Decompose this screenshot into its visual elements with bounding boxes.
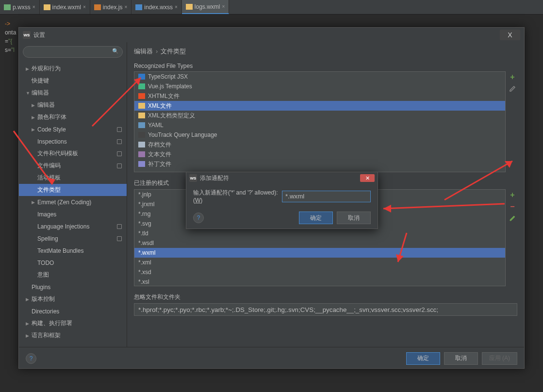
filetype-label: YouTrack Query Language [148,131,217,138]
file-type-item[interactable]: XML文档类型定义 [134,111,505,120]
expand-icon[interactable] [32,127,37,132]
pattern-item[interactable]: *.wxml [134,248,505,258]
editor-tab[interactable]: logs.wxml× [182,0,230,14]
search-input[interactable] [23,46,123,58]
tree-item[interactable]: Inspections [19,135,127,147]
expand-icon[interactable] [26,66,32,71]
tree-item[interactable]: Code Style [19,123,127,135]
close-icon[interactable]: × [222,4,225,9]
file-type-item[interactable]: 存档文件 [134,140,505,149]
editor-tab[interactable]: index.wxml× [40,0,90,14]
tree-item[interactable]: TODO [19,257,127,269]
add-wildcard-dialog: WS 添加通配符 ✕ 输入新通配符('*' and '?' allowed): … [186,172,378,229]
expand-icon[interactable] [26,91,32,96]
pattern-item[interactable]: *.wsdl [134,238,505,248]
tree-item[interactable]: Plugins [19,281,127,293]
tree-label: Images [37,211,56,218]
tree-label: 意图 [37,271,49,279]
file-type-item[interactable]: YAML [134,120,505,130]
tree-item[interactable]: Language Injections [19,220,127,232]
tree-item[interactable]: 文件类型 [19,184,127,196]
tree-label: 活动模板 [37,174,61,182]
expand-icon[interactable] [32,200,37,205]
file-type-item[interactable]: XML文件 [134,101,505,111]
pattern-label: *.jnlp [138,191,151,198]
pattern-item[interactable]: *.xml [134,258,505,267]
dialog-titlebar[interactable]: WS 设置 X [19,28,524,42]
tree-item[interactable]: 编辑器 [19,87,127,99]
pattern-item[interactable]: *.tld [134,229,505,238]
tree-item[interactable]: 颜色和字体 [19,111,127,123]
file-type-item[interactable]: XHTML文件 [134,91,505,101]
tree-item[interactable]: Spelling [19,232,127,245]
add-pattern-button[interactable]: + [508,190,517,200]
expand-icon[interactable] [26,333,32,338]
add-filetype-button[interactable]: + [508,72,517,82]
tree-item[interactable]: TextMate Bundles [19,245,127,257]
expand-icon[interactable] [32,115,37,120]
close-icon[interactable]: × [83,4,86,10]
wildcard-input[interactable] [282,191,371,202]
tree-item[interactable]: Directories [19,305,127,317]
tree-item[interactable]: 快捷键 [19,75,127,87]
pattern-label: *.wsdl [138,240,154,246]
file-type-item[interactable]: Vue.js Templates [134,82,505,91]
expand-icon[interactable] [26,297,32,302]
dialog-title: 设置 [33,31,45,39]
tree-label: Code Style [37,126,66,133]
pattern-item[interactable]: *.xsd [134,267,505,277]
tree-item[interactable]: 编辑器 [19,99,127,111]
tree-label: 文件编码 [37,162,61,170]
close-icon[interactable]: × [33,4,35,10]
pattern-label: *.svg [138,220,151,227]
tree-item[interactable]: 活动模板 [19,172,127,184]
inner-close-button[interactable]: ✕ [360,174,375,182]
filetype-label: Vue.js Templates [148,83,192,90]
help-button[interactable]: ? [26,353,36,364]
tree-label: 快捷键 [32,77,49,85]
tree-item[interactable]: 外观和行为 [19,63,127,75]
edit-filetype-button[interactable] [508,84,517,94]
file-type-item[interactable]: YouTrack Query Language [134,130,505,140]
close-icon[interactable]: × [124,4,127,10]
file-type-item[interactable]: 补丁文件 [134,159,505,169]
file-types-list[interactable]: TypeScript JSXVue.js TemplatesXHTML文件XML… [134,71,506,172]
tree-item[interactable]: 意图 [19,269,127,281]
tree-item[interactable]: 版本控制 [19,293,127,305]
ignore-input[interactable] [134,303,517,316]
ok-button[interactable]: 确定 [406,352,440,365]
inner-help-button[interactable]: ? [193,212,204,223]
tree-item[interactable]: 构建、执行部署 [19,317,127,329]
settings-tree[interactable]: 外观和行为快捷键编辑器编辑器颜色和字体Code StyleInspections… [19,62,127,347]
tree-item[interactable]: Emmet (Zen Coding) [19,196,127,208]
tree-item[interactable]: Images [19,208,127,220]
filetype-label: TypeScript JSX [148,73,188,80]
editor-tab[interactable]: p.wxss× [0,0,40,14]
expand-icon[interactable] [26,321,32,326]
tab-label: index.wxml [52,4,81,11]
filetype-icon [138,122,145,128]
close-icon[interactable]: × [175,4,178,10]
tree-item[interactable]: 语言和框架 [19,329,127,342]
file-type-item[interactable]: 文本文件 [134,149,505,159]
editor-tab[interactable]: index.wxss× [132,0,182,14]
editor-tab[interactable]: index.js× [90,0,132,14]
filetype-label: 文本文件 [148,150,171,159]
inner-titlebar[interactable]: WS 添加通配符 ✕ [186,172,378,184]
expand-icon[interactable] [32,103,37,108]
edit-pattern-button[interactable] [508,213,517,223]
pattern-item[interactable]: *.xsl [134,277,505,286]
cancel-button[interactable]: 取消 [444,352,478,365]
tree-label: 语言和框架 [32,331,61,340]
inner-cancel-button[interactable]: 取消 [337,212,371,224]
tree-item[interactable]: 文件和代码模板 [19,147,127,160]
remove-pattern-button[interactable]: − [508,202,517,212]
tree-item[interactable]: 文件编码 [19,160,127,172]
inner-ok-button[interactable]: 确定 [299,212,333,224]
file-type-item[interactable]: TypeScript JSX [134,72,505,82]
file-icon [135,4,142,10]
close-button[interactable]: X [500,30,520,40]
apply-button[interactable]: 应用 (A) [482,352,517,365]
filetype-label: XML文档类型定义 [148,112,195,120]
pattern-label: *.tld [138,230,148,237]
